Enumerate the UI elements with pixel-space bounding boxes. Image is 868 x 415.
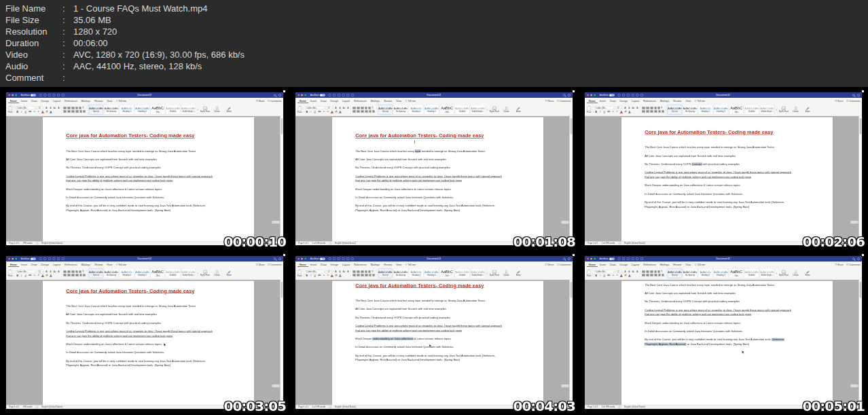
multilevel-list-icon[interactable] [71,107,74,109]
shrink-font-button[interactable]: A [628,107,630,109]
grow-font-button[interactable]: A [623,270,626,273]
style-gallery-item[interactable]: AaBbCcDdEe Normal [89,268,103,278]
font-name-select[interactable]: Calibri (Bo...▾ [594,106,615,109]
ribbon-tab-view[interactable]: View [105,262,114,267]
redo-icon[interactable] [632,94,634,96]
style-gallery-item[interactable]: AaBbCcDdEe Normal [378,105,393,115]
page-indicator[interactable]: Page 1 of 1 [587,406,598,408]
vertical-scrollbar[interactable] [570,116,573,241]
share-button[interactable]: Share [835,100,844,103]
word-count[interactable]: 198 words [23,242,33,245]
highlight-color-button[interactable]: ab [624,274,627,276]
decrease-indent-icon[interactable] [654,270,656,272]
word-count[interactable]: 5 of 198 words [602,406,615,408]
style-gallery-item[interactable]: AaBbCcDdEe Subtitle [455,268,469,278]
text-effects-button[interactable]: A [339,274,342,277]
dictate-button[interactable]: Dictate [501,107,511,113]
ribbon-tab-references[interactable]: References [62,98,79,103]
zoom-window-button[interactable] [594,94,596,96]
ribbon-tab-review[interactable]: Review [671,262,683,267]
font-size-select[interactable]: 12▾ [327,270,333,273]
home-icon[interactable] [329,94,331,96]
subscript-button[interactable]: x₂ [323,111,325,113]
grow-font-button[interactable]: A [623,107,626,109]
bullet-list-icon[interactable] [352,270,355,272]
increase-indent-icon[interactable] [79,270,81,272]
word-count[interactable]: 4 of 198 words [312,406,326,408]
style-gallery-item[interactable]: AaBbC Title [150,268,164,278]
close-window-button[interactable] [587,258,589,260]
ribbon-tab-insert[interactable]: Insert [308,98,319,103]
ribbon-tab-tell-me[interactable]: Tell me [114,262,128,267]
align-center-icon[interactable] [67,110,70,112]
print-icon[interactable] [346,94,349,96]
minimize-window-button[interactable] [12,258,14,260]
search-icon[interactable] [274,94,276,96]
proofing-icon[interactable] [36,406,38,408]
font-color-button[interactable]: A [331,274,333,277]
numbered-list-icon[interactable] [357,107,359,109]
account-icon[interactable] [278,257,281,259]
numbered-list-icon[interactable] [646,107,649,109]
strikethrough-button[interactable]: abc [28,111,32,113]
scroll-pill[interactable] [561,221,568,223]
ribbon-tab-tell-me[interactable]: Tell me [403,262,418,267]
page-indicator[interactable]: Page 1 of 1 [298,242,308,245]
strikethrough-button[interactable]: abc [317,274,321,276]
numbered-list-icon[interactable] [67,107,70,109]
search-icon[interactable] [852,257,854,259]
font-color-button[interactable]: A [620,111,623,113]
ribbon-tab-draw[interactable]: Draw [29,262,39,267]
editor-button[interactable]: Editor [513,270,524,276]
superscript-button[interactable]: x² [327,274,329,276]
style-gallery-item[interactable]: AaBbC Title [150,105,164,115]
document-page[interactable]: Core java for Automation Testers- Coding… [621,281,833,405]
underline-button[interactable]: U [24,274,26,277]
justify-icon[interactable] [365,274,367,276]
style-gallery-item[interactable]: AaBbCcDdEe Heading 2 [714,105,728,115]
account-icon[interactable] [857,257,859,259]
line-spacing-icon[interactable] [79,110,82,112]
vertical-scrollbar[interactable] [281,116,283,241]
scrollbar-thumb[interactable] [860,282,862,298]
justify-icon[interactable] [654,274,657,276]
styles-pane-button[interactable]: Styles Pane [200,107,210,113]
document-page[interactable]: Core java for Automation Testers- Coding… [621,117,833,241]
style-gallery-item[interactable]: AaBbC Title [729,268,743,278]
multilevel-list-icon[interactable] [650,107,653,109]
line-spacing-icon[interactable] [79,274,82,276]
scrollbar-thumb[interactable] [571,118,573,134]
align-left-icon[interactable] [63,274,66,276]
ribbon-tab-draw[interactable]: Draw [608,98,618,103]
print-icon[interactable] [636,94,638,96]
style-gallery-item[interactable]: AaBbCcDdEe No Spacing [393,268,408,278]
close-window-button[interactable] [8,258,10,260]
close-window-button[interactable] [587,94,589,96]
scroll-pill[interactable] [272,221,279,223]
zoom-window-button[interactable] [304,94,306,96]
share-button[interactable]: Share [545,264,554,266]
style-gallery-item[interactable]: AaBbCcDc Heading 1 [120,268,134,278]
search-icon[interactable] [274,257,276,259]
change-case-button[interactable]: Aa [342,270,345,272]
language-indicator[interactable]: English (United States) [335,406,356,408]
style-gallery-item[interactable]: AaBbCcDdEe Normal [668,268,682,278]
subscript-button[interactable]: x₂ [612,111,615,113]
borders-icon[interactable] [372,110,374,112]
account-icon[interactable] [278,94,281,96]
font-size-select[interactable]: 12▾ [616,106,622,109]
comments-button[interactable]: Comments [846,264,860,266]
word-count[interactable]: 1 of 198 words [602,242,615,245]
vertical-scrollbar[interactable] [859,280,862,405]
document-canvas[interactable]: Core java for Automation Testers- Coding… [585,280,862,405]
page-indicator[interactable]: Page 1 of 1 [9,406,19,408]
text-effects-button[interactable]: A [50,274,52,277]
save-icon[interactable] [43,94,46,96]
ribbon-tab-design[interactable]: Design [39,262,51,267]
font-color-button[interactable]: A [41,274,44,277]
font-size-select[interactable]: 12▾ [37,270,43,273]
home-icon[interactable] [39,94,42,96]
styles-pane-button[interactable]: Styles Pane [778,107,789,113]
font-name-select[interactable]: Calibri (Bo...▾ [16,106,36,109]
gallery-more-icon[interactable]: › [776,272,776,275]
